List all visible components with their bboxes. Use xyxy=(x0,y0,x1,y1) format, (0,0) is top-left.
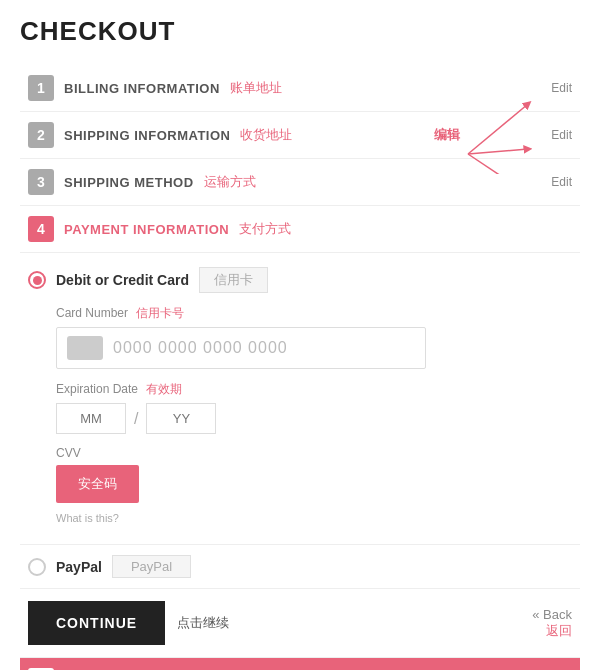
card-number-display: 0000 0000 0000 0000 xyxy=(113,339,288,357)
credit-card-badge: 信用卡 xyxy=(199,267,268,293)
shipping-method-edit-link[interactable]: Edit xyxy=(551,175,572,189)
payment-section-header: 4 PAYMENT INFORMATION 支付方式 xyxy=(20,206,580,253)
svg-line-0 xyxy=(468,104,528,154)
card-number-wrapper: 0000 0000 0000 0000 xyxy=(56,327,426,369)
section-number-1: 1 xyxy=(28,75,54,101)
cvv-section: CVV 安全码 What is this? xyxy=(56,446,572,524)
continue-button[interactable]: CONTINUE xyxy=(28,601,165,645)
cvv-button[interactable]: 安全码 xyxy=(56,465,139,503)
expiry-row: / xyxy=(56,403,572,434)
edit-annotation: 编辑 xyxy=(434,126,460,144)
billing-section: 1 BILLING INFORMATION 账单地址 Edit xyxy=(20,65,580,112)
credit-card-radio[interactable] xyxy=(28,271,46,289)
expiry-slash: / xyxy=(134,410,138,428)
billing-edit-link[interactable]: Edit xyxy=(551,81,572,95)
billing-chinese: 账单地址 xyxy=(230,79,282,97)
paypal-radio[interactable] xyxy=(28,558,46,576)
order-review-section: 5 ORDER REVIEW xyxy=(20,658,580,670)
shipping-info-label: SHIPPING INFORMATION xyxy=(64,128,230,143)
expiry-yy-input[interactable] xyxy=(146,403,216,434)
shipping-info-chinese: 收货地址 xyxy=(240,126,292,144)
shipping-method-label: SHIPPING METHOD xyxy=(64,175,194,190)
section-number-2: 2 xyxy=(28,122,54,148)
expiry-chinese: 有效期 xyxy=(146,382,182,396)
billing-label: BILLING INFORMATION xyxy=(64,81,220,96)
card-number-label: Card Number 信用卡号 xyxy=(56,305,572,322)
cvv-label: CVV xyxy=(56,446,572,460)
paypal-badge: PayPal xyxy=(112,555,191,578)
shipping-method-chinese: 运输方式 xyxy=(204,173,256,191)
card-icon xyxy=(67,336,103,360)
continue-left: CONTINUE 点击继续 xyxy=(28,601,229,645)
payment-chinese: 支付方式 xyxy=(239,220,291,238)
svg-line-1 xyxy=(468,149,528,154)
section-number-3: 3 xyxy=(28,169,54,195)
section-number-4: 4 xyxy=(28,216,54,242)
paypal-option[interactable]: PayPal PayPal xyxy=(20,545,580,589)
card-number-chinese: 信用卡号 xyxy=(136,306,184,320)
paypal-label: PayPal xyxy=(56,559,102,575)
back-section: « Back 返回 xyxy=(532,607,572,640)
continue-chinese: 点击继续 xyxy=(177,614,229,632)
credit-card-option[interactable]: Debit or Credit Card 信用卡 xyxy=(28,267,572,293)
shipping-info-edit-link[interactable]: Edit xyxy=(551,128,572,142)
shipping-method-section: 3 SHIPPING METHOD 运输方式 Edit xyxy=(20,159,580,206)
what-is-this-link[interactable]: What is this? xyxy=(56,512,572,524)
continue-row: CONTINUE 点击继续 « Back 返回 xyxy=(20,589,580,658)
back-chinese: 返回 xyxy=(532,622,572,640)
payment-label: PAYMENT INFORMATION xyxy=(64,222,229,237)
expiry-label: Expiration Date 有效期 xyxy=(56,381,572,398)
shipping-info-section: 2 SHIPPING INFORMATION 收货地址 编辑 Edit xyxy=(20,112,580,159)
payment-body: Debit or Credit Card 信用卡 Card Number 信用卡… xyxy=(20,253,580,545)
credit-card-label: Debit or Credit Card xyxy=(56,272,189,288)
expiry-mm-input[interactable] xyxy=(56,403,126,434)
page-title: CHECKOUT xyxy=(20,16,580,47)
back-link[interactable]: « Back xyxy=(532,607,572,622)
card-form: Card Number 信用卡号 0000 0000 0000 0000 Exp… xyxy=(28,305,572,524)
